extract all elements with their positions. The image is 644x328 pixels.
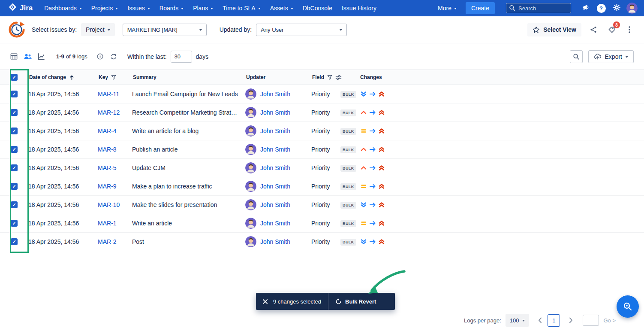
issue-key-link[interactable]: MAR-5 bbox=[98, 164, 117, 171]
nav-item[interactable]: Boards bbox=[155, 0, 188, 16]
header-date[interactable]: Date of change bbox=[28, 74, 98, 80]
more-options-button[interactable] bbox=[623, 24, 635, 36]
row-checkbox[interactable] bbox=[11, 164, 18, 171]
row-checkbox[interactable] bbox=[11, 128, 18, 134]
select-view-button[interactable]: Select View bbox=[527, 23, 581, 36]
arrow-right-icon bbox=[369, 201, 376, 208]
help-button[interactable]: ? bbox=[595, 2, 608, 15]
updater-avatar bbox=[245, 181, 256, 192]
nav-item[interactable]: Projects bbox=[87, 0, 123, 16]
settings-button[interactable] bbox=[610, 2, 623, 15]
announcements-button[interactable] bbox=[579, 2, 592, 15]
chart-view-button[interactable] bbox=[38, 53, 45, 60]
log-toolbar: 1-9of9logs Within the last: days Export bbox=[0, 43, 644, 70]
row-checkbox[interactable] bbox=[11, 146, 18, 153]
table-view-button[interactable] bbox=[10, 53, 18, 60]
cloud-export-icon bbox=[594, 53, 602, 60]
chevron-down-icon bbox=[454, 8, 457, 9]
header-key[interactable]: Key bbox=[98, 74, 132, 80]
nav-item[interactable]: Issues bbox=[123, 0, 154, 16]
export-button[interactable]: Export bbox=[588, 50, 634, 63]
nav-menu: Dashboards Projects Issues Boards bbox=[39, 0, 381, 16]
issue-key-link[interactable]: MAR-9 bbox=[98, 183, 117, 190]
nav-item[interactable]: Issue History bbox=[337, 0, 381, 16]
info-icon[interactable] bbox=[97, 53, 103, 60]
table-row: 18 Apr 2025, 14:56 MAR-11 Launch Email C… bbox=[0, 85, 644, 103]
table-row: 18 Apr 2025, 14:56 MAR-9 Make a plan to … bbox=[0, 177, 644, 196]
updater-link[interactable]: John Smith bbox=[260, 91, 290, 97]
sliders-icon[interactable] bbox=[335, 75, 342, 80]
issue-mode-dropdown[interactable]: Project bbox=[81, 23, 115, 36]
arrow-right-icon bbox=[369, 91, 376, 97]
change-cell bbox=[359, 220, 644, 227]
share-button[interactable] bbox=[587, 24, 599, 36]
refresh-icon[interactable] bbox=[110, 53, 117, 60]
change-cell bbox=[359, 109, 644, 116]
updater-link[interactable]: John Smith bbox=[260, 146, 290, 153]
issue-key-link[interactable]: MAR-10 bbox=[98, 201, 120, 208]
updater-link[interactable]: John Smith bbox=[260, 183, 290, 190]
labels-button[interactable]: 8 bbox=[605, 24, 617, 36]
updater-link[interactable]: John Smith bbox=[260, 109, 290, 116]
bulk-badge: BULK bbox=[340, 109, 356, 116]
nav-item[interactable]: DbConsole bbox=[298, 0, 337, 16]
row-checkbox[interactable] bbox=[11, 183, 18, 190]
change-date: 18 Apr 2025, 14:56 bbox=[28, 109, 98, 116]
current-page-button[interactable]: 1 bbox=[548, 314, 560, 327]
updater-link[interactable]: John Smith bbox=[260, 201, 290, 208]
row-checkbox[interactable] bbox=[11, 91, 18, 97]
goto-page-button[interactable]: Go > bbox=[603, 317, 616, 324]
changed-field: Priority bbox=[311, 91, 340, 97]
filter-funnel-icon[interactable] bbox=[111, 75, 116, 80]
chevron-down-icon bbox=[626, 56, 628, 58]
header-field[interactable]: Field bbox=[311, 74, 340, 80]
row-checkbox[interactable] bbox=[11, 238, 18, 245]
issue-key-link[interactable]: MAR-4 bbox=[98, 128, 117, 134]
issue-key-link[interactable]: MAR-2 bbox=[98, 238, 117, 245]
changed-field: Priority bbox=[311, 183, 340, 190]
nav-item[interactable]: Time to SLA bbox=[218, 0, 265, 16]
changed-field: Priority bbox=[311, 109, 340, 116]
issue-key-link[interactable]: MAR-11 bbox=[98, 91, 119, 97]
change-date: 18 Apr 2025, 14:56 bbox=[28, 146, 98, 153]
goto-page-input[interactable] bbox=[583, 315, 599, 326]
row-checkbox[interactable] bbox=[11, 201, 18, 208]
nav-search-input[interactable] bbox=[506, 3, 571, 13]
select-all-checkbox[interactable] bbox=[11, 74, 18, 81]
user-select[interactable]: Any User bbox=[256, 24, 347, 36]
people-view-button[interactable] bbox=[24, 53, 32, 60]
per-page-select[interactable]: 100 bbox=[506, 314, 530, 327]
project-select[interactable]: MARKETING [MAR] bbox=[123, 24, 207, 36]
filter-funnel-icon[interactable] bbox=[327, 75, 332, 80]
changes-table: Date of change Key Summary Updater Field bbox=[0, 70, 644, 251]
updater-link[interactable]: John Smith bbox=[260, 238, 290, 245]
issue-key-link[interactable]: MAR-1 bbox=[98, 220, 117, 227]
prev-page-button[interactable] bbox=[537, 317, 543, 323]
updater-link[interactable]: John Smith bbox=[260, 220, 290, 227]
issue-summary: Post bbox=[132, 238, 245, 245]
table-body: 18 Apr 2025, 14:56 MAR-11 Launch Email C… bbox=[0, 85, 644, 251]
close-icon[interactable] bbox=[262, 299, 268, 304]
updater-link[interactable]: John Smith bbox=[260, 128, 290, 134]
row-checkbox[interactable] bbox=[11, 109, 18, 116]
priority-to-icon bbox=[378, 220, 385, 227]
updated-by-label: Updated by: bbox=[220, 26, 252, 33]
search-insight-fab[interactable] bbox=[617, 295, 639, 318]
table-search-button[interactable] bbox=[570, 50, 583, 63]
issue-key-link[interactable]: MAR-12 bbox=[98, 109, 120, 116]
profile-button[interactable] bbox=[626, 2, 638, 15]
issue-key-link[interactable]: MAR-8 bbox=[98, 146, 117, 153]
kebab-icon bbox=[629, 26, 630, 33]
nav-item[interactable]: Plans bbox=[188, 0, 218, 16]
nav-item-more[interactable]: More bbox=[433, 0, 461, 16]
updater-link[interactable]: John Smith bbox=[260, 164, 290, 171]
within-days-input[interactable] bbox=[171, 51, 192, 63]
bulk-revert-button[interactable]: Bulk Revert bbox=[335, 298, 376, 305]
nav-item[interactable]: Assets bbox=[265, 0, 298, 16]
priority-from-icon bbox=[360, 128, 367, 134]
create-button[interactable]: Create bbox=[466, 2, 495, 14]
row-checkbox[interactable] bbox=[11, 220, 18, 227]
nav-item[interactable]: Dashboards bbox=[39, 0, 87, 16]
jira-logo[interactable]: Jira bbox=[9, 3, 33, 13]
next-page-button[interactable] bbox=[568, 317, 574, 323]
